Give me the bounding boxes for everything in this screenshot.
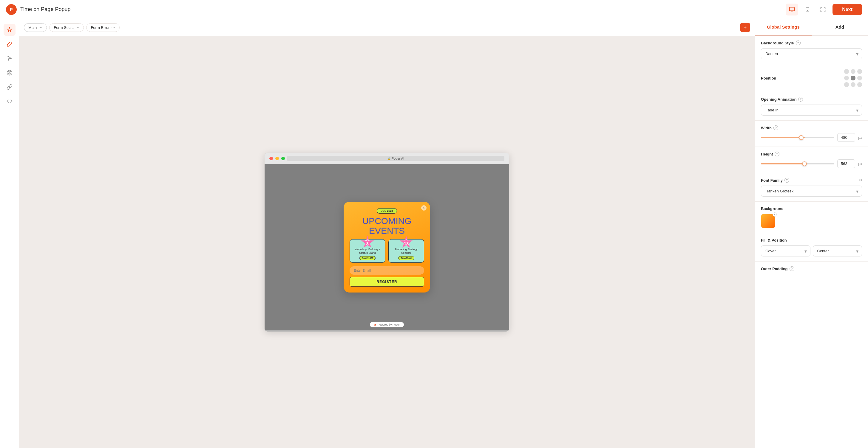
pos-dot-ml[interactable] <box>844 76 849 80</box>
pos-dot-tr[interactable] <box>857 69 862 74</box>
svg-point-4 <box>8 71 11 74</box>
sidebar-magic-icon[interactable] <box>4 24 16 36</box>
sidebar-cursor-icon[interactable] <box>4 53 16 64</box>
page-title: Time on Page Popup <box>20 6 70 12</box>
pos-dot-tc[interactable] <box>851 69 856 74</box>
add-tab-button[interactable]: + <box>740 23 750 32</box>
svg-point-5 <box>9 72 10 73</box>
tab-form-error[interactable]: Form Error ⋯ <box>86 23 120 32</box>
font-family-select[interactable]: Hanken Grotesk Inter Roboto Open Sans <box>761 185 862 197</box>
panel-tab-add[interactable]: Add <box>812 19 868 35</box>
pos-dot-bc[interactable] <box>851 82 856 87</box>
sidebar-brush-icon[interactable] <box>4 38 16 50</box>
event-2-time: 9AM-11AM <box>398 256 414 260</box>
mobile-view-button[interactable] <box>802 4 813 15</box>
event-2-badge: DEC 18 <box>400 236 413 249</box>
position-label: Position <box>761 76 776 80</box>
width-section: Width ? px <box>755 120 868 147</box>
tab-main-menu[interactable]: ⋯ <box>38 25 42 30</box>
outer-padding-help[interactable]: ? <box>789 266 794 271</box>
background-color-swatch[interactable]: × <box>761 214 775 228</box>
background-section: Background × <box>755 202 868 233</box>
desktop-view-button[interactable] <box>786 4 798 15</box>
popup-date-badge: DEC 2024 <box>377 208 397 214</box>
popup-title: UPCOMING EVENTS <box>349 216 424 236</box>
event-2-desc: Marketing Strategy Seminar <box>391 248 422 255</box>
width-unit: px <box>858 136 862 140</box>
width-input[interactable] <box>837 133 855 142</box>
next-button[interactable]: Next <box>833 4 862 15</box>
background-swatch-remove[interactable]: × <box>773 212 777 216</box>
font-family-section: Font Family ? ↺ Hanken Grotesk Inter Rob… <box>755 173 868 202</box>
canvas-viewport: 🔒 Poper AI × DEC 2024 UPCOMING EVENTS <box>19 36 755 448</box>
event-card-1: DEC 3 Workshop: Building a Startup Brand… <box>349 239 385 263</box>
fill-position-label: Fill & Position <box>761 238 787 242</box>
event-card-2: DEC 18 Marketing Strategy Seminar 9AM-11… <box>389 239 424 263</box>
height-unit: px <box>858 162 862 166</box>
sidebar-link-icon[interactable] <box>4 81 16 93</box>
opening-animation-select[interactable]: Fade In Slide In Bounce None <box>761 105 862 115</box>
height-slider[interactable] <box>761 163 834 165</box>
powered-by-bar: ◉ Powered by Poper <box>370 322 404 328</box>
position-section: Position <box>755 64 868 92</box>
popup-email-input[interactable] <box>349 266 424 275</box>
fullscreen-button[interactable] <box>817 4 829 15</box>
event-1-badge: DEC 3 <box>361 236 374 249</box>
fill-position-section: Fill & Position Cover Contain Fill None … <box>755 233 868 262</box>
sidebar-target-icon[interactable] <box>4 67 16 79</box>
height-input[interactable] <box>837 159 855 168</box>
popup-card: × DEC 2024 UPCOMING EVENTS DEC <box>344 202 430 292</box>
outer-padding-label: Outer Padding <box>761 267 788 271</box>
background-style-section: Background Style ? Darken Lighten None ▾ <box>755 36 868 64</box>
browser-url-bar: 🔒 Poper AI <box>287 156 504 161</box>
background-style-label: Background Style <box>761 41 794 45</box>
background-style-help[interactable]: ? <box>796 40 801 45</box>
event-1-desc: Workshop: Building a Startup Brand <box>352 248 383 255</box>
pos-dot-bl[interactable] <box>844 82 849 87</box>
width-help[interactable]: ? <box>773 126 778 130</box>
font-family-help[interactable]: ? <box>784 178 789 182</box>
width-slider[interactable] <box>761 137 834 138</box>
opening-animation-help[interactable]: ? <box>798 97 803 102</box>
tab-form-error-menu[interactable]: ⋯ <box>111 25 115 30</box>
browser-dot-green <box>281 157 285 160</box>
popup-close-button[interactable]: × <box>421 205 427 211</box>
right-settings-panel: Global Settings Add Background Style ? D… <box>755 19 868 448</box>
font-family-reset[interactable]: ↺ <box>859 178 862 182</box>
width-label: Width <box>761 126 772 130</box>
browser-dot-red <box>269 157 273 160</box>
height-help[interactable]: ? <box>775 151 779 157</box>
pos-dot-br[interactable] <box>857 82 862 87</box>
event-1-time: 9AM-11AM <box>360 256 375 260</box>
opening-animation-section: Opening Animation ? Fade In Slide In Bou… <box>755 92 868 120</box>
panel-tab-global-settings[interactable]: Global Settings <box>755 19 812 35</box>
pos-dot-mc[interactable] <box>851 76 856 80</box>
tab-form-success-menu[interactable]: ⋯ <box>75 25 79 30</box>
position-select[interactable]: Center Top Bottom Left Right <box>813 245 862 256</box>
browser-dot-yellow <box>275 157 279 160</box>
tab-main[interactable]: Main ⋯ <box>24 23 47 32</box>
font-family-label: Font Family <box>761 178 783 182</box>
app-logo: P <box>6 4 17 15</box>
pos-dot-mr[interactable] <box>857 76 862 80</box>
popup-register-button[interactable]: REGISTER <box>349 277 424 286</box>
background-label: Background <box>761 206 783 211</box>
browser-mockup: 🔒 Poper AI × DEC 2024 UPCOMING EVENTS <box>265 153 509 332</box>
opening-animation-label: Opening Animation <box>761 97 797 102</box>
position-grid[interactable] <box>844 69 862 87</box>
background-style-select[interactable]: Darken Lighten None <box>761 48 862 59</box>
pos-dot-tl[interactable] <box>844 69 849 74</box>
height-label: Height <box>761 152 773 157</box>
height-section: Height ? px <box>755 147 868 173</box>
sidebar-code-icon[interactable] <box>4 95 16 107</box>
tab-form-success[interactable]: Form Suc... ⋯ <box>49 23 84 32</box>
fill-select[interactable]: Cover Contain Fill None <box>761 245 810 256</box>
svg-rect-0 <box>789 7 795 11</box>
svg-point-2 <box>807 10 808 11</box>
outer-padding-section: Outer Padding ? <box>755 262 868 279</box>
